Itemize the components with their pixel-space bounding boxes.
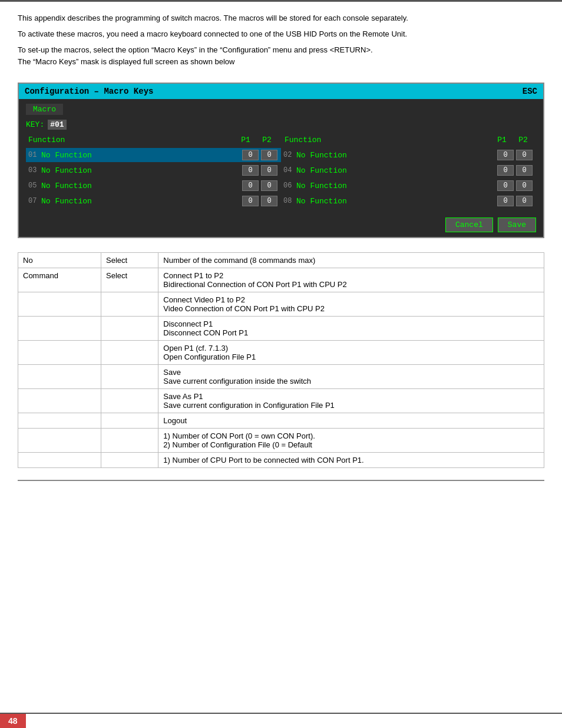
key-value[interactable]: #01	[48, 120, 66, 130]
table-row: NoSelectNumber of the command (8 command…	[18, 253, 544, 268]
entry-p2-input[interactable]	[516, 180, 533, 191]
page-footer: 48	[0, 713, 562, 728]
macro-rows: 01 No Function 02 No Function 03 No Func…	[26, 148, 536, 208]
reference-table: NoSelectNumber of the command (8 command…	[18, 252, 544, 468]
table-cell-col2	[101, 389, 158, 413]
table-cell-col3: 1) Number of CON Port (0 = own CON Port)…	[158, 429, 544, 453]
table-cell-col1	[18, 341, 101, 365]
macro-row-pair: 01 No Function 02 No Function	[26, 148, 536, 162]
macro-row-pair: 07 No Function 08 No Function	[26, 194, 536, 208]
entry-p2-input[interactable]	[261, 150, 277, 160]
macro-row-pair: 03 No Function 04 No Function	[26, 163, 536, 177]
footer-divider	[18, 480, 544, 481]
entry-func: No Function	[296, 182, 496, 190]
cancel-button[interactable]: Cancel	[445, 218, 493, 232]
esc-label[interactable]: ESC	[523, 87, 537, 96]
entry-func: No Function	[41, 197, 241, 206]
macro-entry-left[interactable]: 01 No Function	[26, 148, 281, 162]
macro-entry-left[interactable]: 05 No Function	[26, 179, 281, 193]
table-cell-col3: Connect P1 to P2Bidirectional Connection…	[158, 268, 544, 292]
table-cell-col3: Logout	[158, 413, 544, 429]
table-row: 1) Number of CPU Port to be connected wi…	[18, 453, 544, 468]
entry-num: 03	[28, 166, 41, 174]
table-cell-col3: Save As P1Save current configuration in …	[158, 389, 544, 413]
entry-p2-input[interactable]	[516, 165, 533, 176]
entry-p1-input[interactable]	[497, 150, 514, 160]
table-cell-col1	[18, 413, 101, 429]
entry-num: 04	[283, 166, 296, 174]
macro-entry-left[interactable]: 07 No Function	[26, 194, 281, 208]
entry-num: 08	[283, 197, 296, 205]
table-cell-col3: Number of the command (8 commands max)	[158, 253, 544, 268]
intro-line3b: The “Macro Keys” mask is displayed full …	[18, 57, 234, 66]
entry-func: No Function	[41, 182, 241, 190]
table-row: 1) Number of CON Port (0 = own CON Port)…	[18, 429, 544, 453]
col-header-function-left: Function	[28, 136, 235, 144]
macro-entry-right[interactable]: 08 No Function	[281, 194, 536, 208]
col-header-p1-right: P1	[491, 136, 513, 144]
entry-p2-input[interactable]	[261, 165, 277, 176]
table-cell-col1	[18, 292, 101, 317]
intro-section: This appendix describes the programming …	[0, 12, 562, 68]
table-cell-col2	[101, 317, 158, 341]
table-cell-col1	[18, 317, 101, 341]
table-cell-col1	[18, 389, 101, 413]
table-cell-col2	[101, 365, 158, 389]
intro-line3: To set-up the macros, select the option …	[18, 44, 544, 69]
macro-entry-right[interactable]: 02 No Function	[281, 148, 536, 162]
macro-entry-right[interactable]: 04 No Function	[281, 163, 536, 177]
table-row: Connect Video P1 to P2Video Connection o…	[18, 292, 544, 317]
table-row: CommandSelectConnect P1 to P2Bidirection…	[18, 268, 544, 292]
table-cell-col3: Connect Video P1 to P2Video Connection o…	[158, 292, 544, 317]
table-cell-col2: Select	[101, 253, 158, 268]
col-header-p2-left: P2	[256, 136, 277, 144]
table-cell-col2	[101, 292, 158, 317]
entry-num: 01	[28, 151, 41, 159]
save-button[interactable]: Save	[498, 218, 536, 232]
page: This appendix describes the programming …	[0, 0, 562, 728]
table-cell-col3: SaveSave current configuration inside th…	[158, 365, 544, 389]
macro-panel-body: Macro KEY: #01 Function P1 P2 Function P…	[19, 99, 543, 213]
intro-line1: This appendix describes the programming …	[18, 12, 544, 25]
macro-entry-right[interactable]: 06 No Function	[281, 179, 536, 193]
table-cell-col2	[101, 429, 158, 453]
table-row: Disconnect P1Disconnect CON Port P1	[18, 317, 544, 341]
key-row: KEY: #01	[26, 120, 536, 130]
entry-p2-input[interactable]	[261, 196, 277, 206]
macro-submenu[interactable]: Macro	[26, 104, 63, 115]
entry-p1-input[interactable]	[242, 165, 259, 176]
table-cell-col2: Select	[101, 268, 158, 292]
macro-entry-left[interactable]: 03 No Function	[26, 163, 281, 177]
column-headers: Function P1 P2 Function P1 P2	[26, 136, 536, 144]
entry-func: No Function	[296, 197, 496, 206]
entry-p1-input[interactable]	[242, 150, 259, 160]
entry-func: No Function	[296, 166, 496, 175]
macro-row-pair: 05 No Function 06 No Function	[26, 179, 536, 193]
table-cell-col2	[101, 413, 158, 429]
entry-p2-input[interactable]	[516, 150, 533, 160]
table-cell-col2	[101, 453, 158, 468]
entry-p2-input[interactable]	[261, 180, 277, 191]
entry-p1-input[interactable]	[242, 196, 259, 206]
table-cell-col1: No	[18, 253, 101, 268]
col-header-function-right: Function	[285, 136, 491, 144]
entry-p1-input[interactable]	[242, 180, 259, 191]
table-cell-col3: Disconnect P1Disconnect CON Port P1	[158, 317, 544, 341]
entry-p1-input[interactable]	[497, 180, 514, 191]
table-cell-col1	[18, 365, 101, 389]
col-header-p1-left: P1	[235, 136, 256, 144]
intro-line2: To activate these macros, you need a mac…	[18, 28, 544, 41]
page-number: 48	[0, 714, 26, 728]
table-cell-col1: Command	[18, 268, 101, 292]
key-label: KEY:	[26, 120, 44, 129]
top-rule	[0, 0, 562, 2]
entry-func: No Function	[296, 151, 496, 160]
table-cell-col3: Open P1 (cf. 7.1.3)Open Configuration Fi…	[158, 341, 544, 365]
table-cell-col1	[18, 453, 101, 468]
entry-num: 06	[283, 182, 296, 190]
entry-p2-input[interactable]	[516, 196, 533, 206]
entry-p1-input[interactable]	[497, 165, 514, 176]
entry-p1-input[interactable]	[497, 196, 514, 206]
entry-num: 07	[28, 197, 41, 205]
entry-num: 05	[28, 182, 41, 190]
